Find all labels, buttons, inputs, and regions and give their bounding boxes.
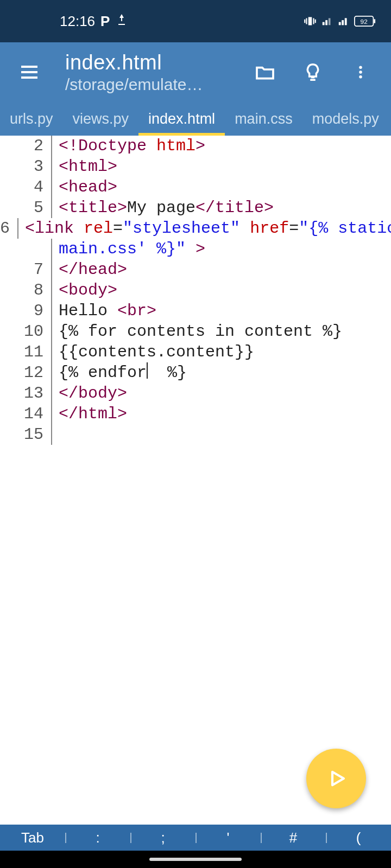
nav-pill[interactable] bbox=[149, 858, 242, 861]
code-content[interactable]: <head> bbox=[52, 177, 117, 197]
folder-button[interactable] bbox=[252, 59, 278, 85]
line-number: 8 bbox=[0, 280, 52, 301]
more-button[interactable] bbox=[348, 59, 374, 85]
line-number: 3 bbox=[0, 156, 52, 177]
line-number: 2 bbox=[0, 136, 52, 156]
code-content[interactable]: {% endfor %} bbox=[52, 362, 187, 383]
tab-views-py[interactable]: views.py bbox=[63, 102, 139, 136]
code-line[interactable]: 12{% endfor %} bbox=[0, 362, 391, 383]
key-;[interactable]: ; bbox=[130, 829, 195, 846]
code-line[interactable]: 15 bbox=[0, 424, 391, 445]
tab-models-py[interactable]: models.py bbox=[302, 102, 389, 136]
vibrate-icon bbox=[303, 14, 317, 28]
svg-point-2 bbox=[359, 66, 362, 69]
code-line[interactable]: 10{% for contents in content %} bbox=[0, 321, 391, 342]
code-line[interactable]: 14</html> bbox=[0, 404, 391, 424]
appbar: index.html /storage/emulate… bbox=[0, 42, 391, 102]
code-content[interactable]: </html> bbox=[52, 404, 127, 424]
line-number: 12 bbox=[0, 362, 52, 383]
signal-icon-1 bbox=[321, 15, 333, 27]
tab-urls-py[interactable]: urls.py bbox=[0, 102, 63, 136]
android-navbar bbox=[0, 851, 391, 868]
symbol-keyrow: Tab:;'#( bbox=[0, 825, 391, 851]
menu-button[interactable] bbox=[13, 56, 46, 88]
line-number: 13 bbox=[0, 383, 52, 404]
code-content[interactable]: <body> bbox=[52, 280, 117, 301]
code-content[interactable]: <html> bbox=[52, 156, 117, 177]
line-number: 11 bbox=[0, 342, 52, 362]
code-content[interactable]: <!Doctype html> bbox=[52, 136, 205, 156]
file-path: /storage/emulate… bbox=[65, 75, 252, 94]
svg-point-4 bbox=[359, 75, 362, 79]
file-title: index.html bbox=[65, 51, 252, 74]
key-tab[interactable]: Tab bbox=[0, 829, 65, 846]
key-:[interactable]: : bbox=[65, 829, 130, 846]
line-number: 6 bbox=[0, 218, 18, 239]
key-#[interactable]: # bbox=[261, 829, 326, 846]
code-content[interactable]: {{contents.content}} bbox=[52, 342, 254, 362]
code-content[interactable]: </body> bbox=[52, 383, 127, 404]
code-line[interactable]: 2<!Doctype html> bbox=[0, 136, 391, 156]
statusbar: 12:16 P 92 bbox=[0, 0, 391, 42]
code-line[interactable]: 13</body> bbox=[0, 383, 391, 404]
signal-icon-2 bbox=[338, 15, 350, 27]
code-content[interactable]: <title>My page</title> bbox=[52, 197, 274, 218]
line-number: 5 bbox=[0, 197, 52, 218]
key-([interactable]: ( bbox=[326, 829, 391, 846]
svg-rect-1 bbox=[374, 19, 375, 23]
line-number: 9 bbox=[0, 301, 52, 321]
line-number: 10 bbox=[0, 321, 52, 342]
code-content[interactable]: <link rel="stylesheet" href="{% static '… bbox=[18, 218, 391, 239]
code-line[interactable]: 3<html> bbox=[0, 156, 391, 177]
tab-index-html[interactable]: index.html bbox=[138, 102, 225, 136]
battery-icon: 92 bbox=[354, 16, 376, 27]
code-content[interactable]: main.css' %}" > bbox=[52, 239, 205, 259]
code-line[interactable]: 11{{contents.content}} bbox=[0, 342, 391, 362]
code-content[interactable]: Hello <br> bbox=[52, 301, 156, 321]
code-content[interactable]: </head> bbox=[52, 259, 127, 280]
code-line[interactable]: 4<head> bbox=[0, 177, 391, 197]
code-line[interactable]: 8<body> bbox=[0, 280, 391, 301]
key-'[interactable]: ' bbox=[195, 829, 261, 846]
line-number: 15 bbox=[0, 424, 52, 445]
code-line[interactable]: 5<title>My page</title> bbox=[0, 197, 391, 218]
code-line[interactable]: 9Hello <br> bbox=[0, 301, 391, 321]
clock: 12:16 bbox=[60, 13, 95, 30]
tab-main-css[interactable]: main.css bbox=[225, 102, 302, 136]
notif-icon-2 bbox=[115, 13, 128, 30]
line-number: 14 bbox=[0, 404, 52, 424]
battery-text: 92 bbox=[361, 18, 368, 25]
code-content[interactable] bbox=[52, 424, 59, 445]
svg-point-3 bbox=[359, 71, 362, 74]
code-line[interactable]: 7</head> bbox=[0, 259, 391, 280]
code-content[interactable]: {% for contents in content %} bbox=[52, 321, 342, 342]
tab-bar: urls.pyviews.pyindex.htmlmain.cssmodels.… bbox=[0, 102, 391, 136]
line-number bbox=[0, 239, 52, 259]
title-block: index.html /storage/emulate… bbox=[65, 51, 252, 94]
statusbar-right: 92 bbox=[303, 14, 376, 28]
line-number: 7 bbox=[0, 259, 52, 280]
notif-icon: P bbox=[100, 13, 110, 30]
appbar-actions bbox=[252, 59, 374, 85]
code-line[interactable]: main.css' %}" > bbox=[0, 239, 391, 259]
statusbar-left: 12:16 P bbox=[60, 13, 128, 30]
bulb-button[interactable] bbox=[300, 59, 326, 85]
run-button[interactable] bbox=[306, 749, 366, 808]
code-editor[interactable]: 2<!Doctype html>3<html>4<head>5<title>My… bbox=[0, 136, 391, 825]
line-number: 4 bbox=[0, 177, 52, 197]
code-line[interactable]: 6<link rel="stylesheet" href="{% static … bbox=[0, 218, 391, 239]
